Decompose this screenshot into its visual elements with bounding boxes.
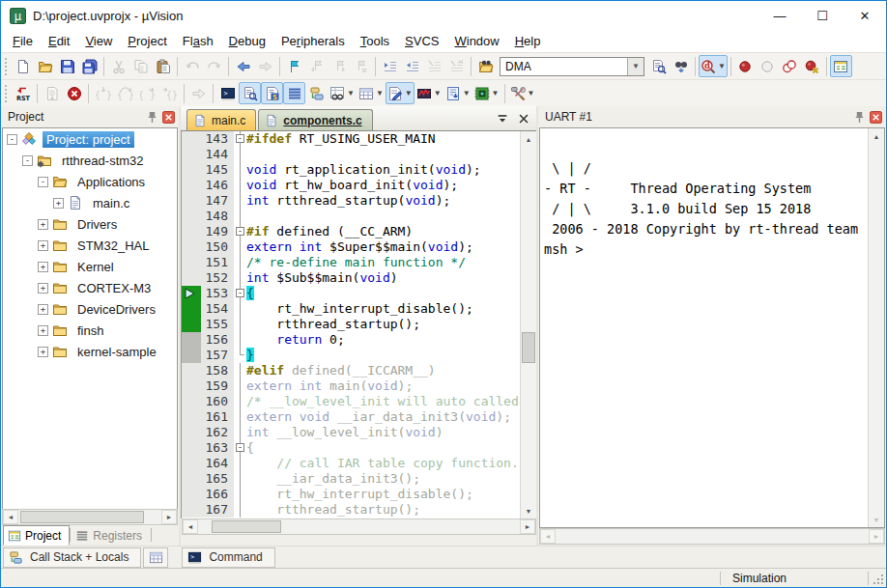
tree-item-label[interactable]: rtthread-stm32 (58, 153, 148, 169)
fold-margin[interactable] (234, 301, 246, 317)
tree-item-devicedrivers[interactable]: +DeviceDrivers (3, 298, 177, 320)
editor-margin[interactable] (182, 131, 201, 147)
tree-item-label[interactable]: main.c (89, 195, 133, 211)
tree-expander[interactable]: + (38, 283, 48, 294)
save-button[interactable] (56, 55, 78, 77)
tree-item-applications[interactable]: -Applications (3, 171, 177, 192)
editor-margin[interactable] (182, 332, 201, 348)
debug-restore-views-button[interactable]: d▼ (699, 55, 728, 77)
editor-margin[interactable] (182, 456, 201, 471)
fold-margin[interactable] (234, 255, 246, 270)
tree-item-label[interactable]: Project: project (43, 131, 134, 148)
fold-margin[interactable] (234, 270, 246, 286)
disassembly-window-button[interactable] (239, 82, 261, 104)
document-list-icon[interactable] (494, 110, 511, 127)
tree-expander[interactable]: + (38, 325, 48, 336)
reset-button[interactable]: RST (12, 82, 34, 104)
fold-margin[interactable]: - (234, 131, 246, 147)
menu-project[interactable]: Project (120, 32, 174, 50)
run-button[interactable] (187, 82, 210, 104)
editor-margin[interactable] (182, 363, 201, 378)
pin-icon[interactable] (146, 111, 158, 124)
tree-expander[interactable]: + (38, 262, 48, 272)
call-stack-tab[interactable]: Call Stack + Locals (3, 547, 141, 568)
indent-button[interactable] (379, 55, 401, 77)
uart-terminal[interactable]: \ | / - RT - Thread Operating System / |… (540, 128, 868, 527)
menu-flash[interactable]: Flash (175, 32, 221, 50)
uart-hscrollbar[interactable]: ◄ ► (539, 528, 885, 545)
fold-margin[interactable] (234, 363, 246, 378)
open-folder-button[interactable] (34, 55, 56, 77)
kill-all-breakpoints-button[interactable] (801, 55, 823, 77)
editor-margin[interactable] (182, 425, 201, 440)
pin-icon[interactable] (853, 111, 866, 124)
editor-margin[interactable] (182, 239, 201, 255)
fold-margin[interactable] (234, 162, 246, 178)
find-text-combobox[interactable]: DMA▼ (500, 57, 644, 76)
trace-window-button[interactable]: ▼ (444, 82, 472, 104)
redo-button[interactable] (203, 55, 225, 77)
close-panel-icon[interactable] (162, 111, 175, 124)
editor-margin[interactable] (182, 162, 201, 178)
show-next-statement-button[interactable] (41, 82, 63, 104)
paste-button[interactable] (152, 55, 174, 77)
bookmark-next-button[interactable] (328, 55, 350, 77)
toolbar-grip[interactable] (4, 57, 9, 76)
incremental-find-button[interactable] (670, 55, 692, 77)
tree-expander[interactable]: + (38, 240, 48, 251)
scroll-left-icon[interactable]: ◄ (3, 510, 18, 524)
editor-tab-main-c[interactable]: main.c (186, 109, 256, 130)
tree-expander[interactable]: + (38, 304, 48, 315)
dropdown-arrow-icon[interactable]: ▼ (347, 89, 355, 98)
tree-item-kernel-sample[interactable]: +kernel-sample (3, 341, 177, 362)
scroll-up-icon[interactable]: ▲ (869, 128, 884, 144)
dropdown-arrow-icon[interactable]: ▼ (405, 89, 413, 98)
memory-window-button[interactable]: ▼ (357, 82, 386, 104)
scroll-up-icon[interactable]: ▲ (521, 131, 536, 147)
panel-tab-project[interactable]: Project (3, 525, 70, 546)
scroll-down-icon[interactable]: ▼ (521, 503, 536, 518)
tree-item-label[interactable]: finsh (73, 322, 107, 339)
undo-button[interactable] (181, 55, 203, 77)
project-hscrollbar[interactable]: ◄ ► (2, 509, 178, 525)
fold-margin[interactable] (234, 317, 246, 332)
bookmark-prev-button[interactable] (305, 55, 328, 77)
menu-view[interactable]: View (77, 32, 120, 50)
tree-item-finsh[interactable]: +finsh (3, 320, 177, 341)
editor-margin[interactable] (182, 440, 201, 456)
memory-window-button[interactable] (143, 547, 168, 568)
project-tree[interactable]: -Project: project-rtthread-stm32-Applica… (2, 127, 178, 509)
tree-item-label[interactable]: DeviceDrivers (73, 301, 159, 318)
dropdown-arrow-icon[interactable]: ▼ (434, 89, 442, 98)
tree-item-stm32-hal[interactable]: +STM32_HAL (3, 235, 177, 256)
editor-hscrollbar[interactable]: ◄ ► (182, 518, 536, 535)
fold-margin[interactable] (234, 487, 246, 502)
maximize-button[interactable]: ☐ (801, 1, 844, 30)
resize-grip[interactable] (869, 570, 886, 587)
code-lines[interactable]: 143-#ifdef RT_USING_USER_MAIN144145void … (182, 131, 520, 518)
scroll-right-icon[interactable]: ► (520, 519, 535, 534)
editor-margin[interactable] (182, 317, 201, 332)
code-area[interactable]: 143-#ifdef RT_USING_USER_MAIN144145void … (181, 131, 536, 518)
tree-item-rtthread-stm32[interactable]: -rtthread-stm32 (3, 150, 177, 171)
close-document-icon[interactable] (515, 110, 532, 127)
editor-margin[interactable] (182, 471, 201, 487)
panel-tab-registers[interactable]: Registers (71, 525, 151, 546)
fold-margin[interactable] (234, 394, 246, 409)
editor-margin[interactable] (182, 224, 201, 239)
project-window-button[interactable] (830, 55, 852, 77)
editor-margin[interactable] (182, 348, 201, 363)
fold-margin[interactable] (234, 502, 246, 518)
tree-item-drivers[interactable]: +Drivers (3, 213, 177, 235)
editor-margin[interactable] (182, 209, 201, 224)
tree-expander[interactable]: - (22, 155, 33, 166)
new-file-button[interactable] (12, 55, 34, 77)
step-over-button[interactable]: { } (114, 82, 136, 104)
stop-button[interactable] (63, 82, 85, 104)
navigate-back-button[interactable] (232, 55, 254, 77)
fold-margin[interactable] (234, 209, 246, 224)
editor-margin[interactable] (182, 487, 201, 502)
editor-margin[interactable] (182, 147, 201, 162)
tree-item-kernel[interactable]: +Kernel (3, 256, 177, 277)
outdent-button[interactable] (401, 55, 423, 77)
